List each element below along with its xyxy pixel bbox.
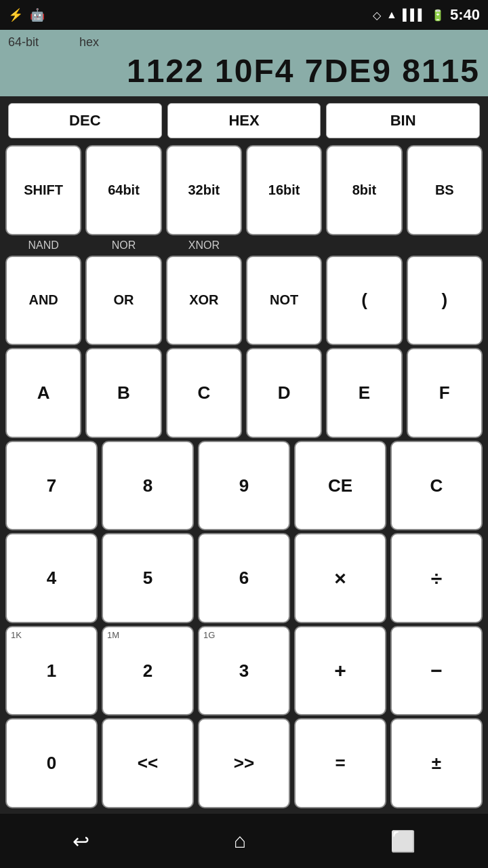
8-button[interactable]: 8 bbox=[102, 441, 194, 531]
logic-empty-2 bbox=[326, 238, 402, 253]
logic-empty-1 bbox=[246, 238, 322, 253]
diamond-icon: ◇ bbox=[373, 9, 381, 22]
3-button[interactable]: 1G 3 bbox=[198, 626, 290, 716]
64bit-button[interactable]: 64bit bbox=[85, 145, 161, 235]
8bit-button[interactable]: 8bit bbox=[326, 145, 402, 235]
lshift-button[interactable]: << bbox=[102, 718, 194, 808]
d-button[interactable]: D bbox=[246, 348, 322, 438]
android-icon: 🤖 bbox=[30, 7, 45, 22]
b-button[interactable]: B bbox=[85, 348, 161, 438]
f-button[interactable]: F bbox=[407, 348, 483, 438]
1g-sublabel: 1G bbox=[203, 630, 215, 640]
multiply-button[interactable]: × bbox=[294, 533, 386, 623]
mode-buttons-row: DEC HEX BIN bbox=[0, 96, 488, 142]
plusminus-button[interactable]: ± bbox=[390, 718, 483, 808]
2-symbol: 2 bbox=[143, 660, 152, 682]
1-symbol: 1 bbox=[47, 660, 56, 682]
battery-icon: 🔋 bbox=[431, 9, 445, 22]
row-hex-letters: A B C D E F bbox=[5, 348, 483, 438]
usb-icon: ⚡ bbox=[8, 7, 23, 22]
back-button[interactable]: ↩ bbox=[59, 823, 103, 860]
home-button[interactable]: ⌂ bbox=[220, 823, 260, 859]
display-mode: 64-bit hex bbox=[8, 35, 480, 50]
display-value: 1122 10F4 7DE9 8115 bbox=[8, 52, 480, 90]
nor-label: NOR bbox=[85, 238, 161, 253]
e-button[interactable]: E bbox=[326, 348, 402, 438]
nand-label: NAND bbox=[5, 238, 81, 253]
5-button[interactable]: 5 bbox=[102, 533, 194, 623]
1-button[interactable]: 1K 1 bbox=[5, 626, 98, 716]
keypad: SHIFT 64bit 32bit 16bit 8bit BS NAND NOR… bbox=[0, 142, 488, 814]
bs-button[interactable]: BS bbox=[407, 145, 483, 235]
0-button[interactable]: 0 bbox=[5, 718, 98, 808]
32bit-button[interactable]: 32bit bbox=[166, 145, 242, 235]
rshift-button[interactable]: >> bbox=[198, 718, 290, 808]
display-area: 64-bit hex 1122 10F4 7DE9 8115 bbox=[0, 30, 488, 96]
1m-sublabel: 1M bbox=[107, 630, 119, 640]
not-button[interactable]: NOT bbox=[246, 256, 322, 346]
wifi-icon: ▲ bbox=[386, 9, 397, 21]
divide-button[interactable]: ÷ bbox=[390, 533, 483, 623]
6-button[interactable]: 6 bbox=[198, 533, 290, 623]
row-logic: AND OR XOR NOT ( ) bbox=[5, 256, 483, 346]
row-123: 1K 1 1M 2 1G 3 + − bbox=[5, 626, 483, 716]
status-bar: ⚡ 🤖 ◇ ▲ ▌▌▌ 🔋 5:40 bbox=[0, 0, 488, 30]
multiply-symbol: × bbox=[334, 567, 346, 590]
signal-icon: ▌▌▌ bbox=[403, 9, 426, 21]
or-button[interactable]: OR bbox=[85, 256, 161, 346]
status-left-icons: ⚡ 🤖 bbox=[8, 7, 45, 22]
and-button[interactable]: AND bbox=[5, 256, 81, 346]
bin-button[interactable]: BIN bbox=[326, 103, 480, 138]
4-button[interactable]: 4 bbox=[5, 533, 98, 623]
xnor-label: XNOR bbox=[166, 238, 242, 253]
plus-button[interactable]: + bbox=[294, 626, 386, 716]
hex-button[interactable]: HEX bbox=[167, 103, 321, 138]
display-mode-bits: 64-bit bbox=[8, 35, 39, 50]
rparen-button[interactable]: ) bbox=[407, 256, 483, 346]
row-789: 7 8 9 CE C bbox=[5, 441, 483, 531]
3-symbol: 3 bbox=[239, 660, 249, 682]
ce-button[interactable]: CE bbox=[294, 441, 386, 531]
row-shift: SHIFT 64bit 32bit 16bit 8bit BS bbox=[5, 145, 483, 235]
row-456: 4 5 6 × ÷ bbox=[5, 533, 483, 623]
status-right-icons: ◇ ▲ ▌▌▌ 🔋 5:40 bbox=[373, 6, 480, 24]
lparen-button[interactable]: ( bbox=[326, 256, 402, 346]
9-button[interactable]: 9 bbox=[198, 441, 290, 531]
1k-sublabel: 1K bbox=[11, 630, 22, 640]
status-time: 5:40 bbox=[450, 6, 480, 24]
minus-button[interactable]: − bbox=[390, 626, 483, 716]
recents-button[interactable]: ⬜ bbox=[377, 823, 429, 860]
shift-button[interactable]: SHIFT bbox=[5, 145, 81, 235]
nav-bar: ↩ ⌂ ⬜ bbox=[0, 814, 488, 868]
equals-button[interactable]: = bbox=[294, 718, 386, 808]
2-button[interactable]: 1M 2 bbox=[102, 626, 194, 716]
display-mode-base: hex bbox=[79, 35, 99, 50]
7-button[interactable]: 7 bbox=[5, 441, 98, 531]
clear-button[interactable]: C bbox=[390, 441, 483, 531]
c-button[interactable]: C bbox=[166, 348, 242, 438]
dec-button[interactable]: DEC bbox=[8, 103, 162, 138]
a-button[interactable]: A bbox=[5, 348, 81, 438]
logic-labels-row: NAND NOR XNOR bbox=[5, 238, 483, 253]
16bit-button[interactable]: 16bit bbox=[246, 145, 322, 235]
logic-empty-3 bbox=[407, 238, 483, 253]
row-0shift: 0 << >> = ± bbox=[5, 718, 483, 808]
xor-button[interactable]: XOR bbox=[166, 256, 242, 346]
